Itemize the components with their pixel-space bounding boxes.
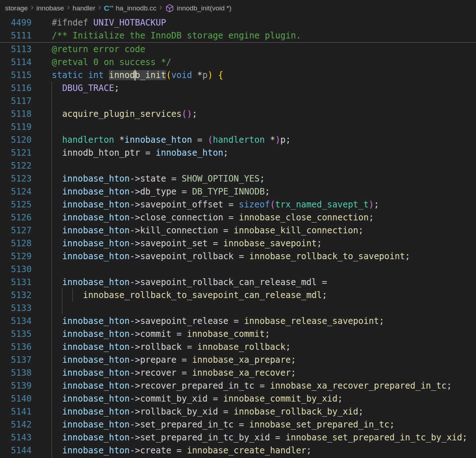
code-line[interactable]: 5140 innobase_hton->commit_by_xid = inno… xyxy=(0,392,476,405)
code-text: acquire_plugin_services(); xyxy=(52,107,197,120)
code-line[interactable]: 5118 acquire_plugin_services(); xyxy=(0,107,476,120)
line-number[interactable]: 5120 xyxy=(0,133,32,146)
code-line[interactable]: 5136 innobase_hton->rollback = innobase_… xyxy=(0,340,476,353)
line-number[interactable]: 5143 xyxy=(0,431,32,444)
code-line[interactable]: 5123 innobase_hton->state = SHOW_OPTION_… xyxy=(0,172,476,185)
code-line[interactable]: 5134 innobase_hton->savepoint_release = … xyxy=(0,315,476,328)
indent-guide xyxy=(51,172,52,185)
code-line[interactable]: 5144 innobase_hton->create = innobase_cr… xyxy=(0,444,476,457)
line-number[interactable]: 5124 xyxy=(0,185,32,198)
code-line[interactable]: 5121 innodb_hton_ptr = innobase_hton; xyxy=(0,146,476,159)
line-number[interactable]: 5125 xyxy=(0,198,32,211)
line-number[interactable]: 5136 xyxy=(0,340,32,353)
code-line[interactable]: 5113@return error code xyxy=(0,43,476,56)
code-line[interactable]: 5120 handlerton *innobase_hton = (handle… xyxy=(0,133,476,146)
line-number[interactable]: 5142 xyxy=(0,418,32,431)
line-number[interactable]: 4499 xyxy=(0,16,32,29)
code-text: @return error code xyxy=(52,43,145,56)
breadcrumb-item-innodb-init-void[interactable]: innodb_init(void *) xyxy=(165,4,232,13)
line-number[interactable]: 5118 xyxy=(0,107,32,120)
code-line[interactable]: 5124 innobase_hton->db_type = DB_TYPE_IN… xyxy=(0,185,476,198)
code-line[interactable]: 5130 xyxy=(0,263,476,276)
line-number[interactable]: 5111 xyxy=(0,29,32,42)
indent-guide xyxy=(51,95,52,107)
line-number[interactable]: 5131 xyxy=(0,276,32,289)
code-line[interactable]: 5116 DBUG_TRACE; xyxy=(0,82,476,95)
line-number[interactable]: 5127 xyxy=(0,224,32,237)
line-number[interactable]: 5126 xyxy=(0,211,32,224)
line-number[interactable]: 5113 xyxy=(0,43,32,56)
indent-guide xyxy=(72,289,73,302)
code-line[interactable]: 5139 innobase_hton->recover_prepared_in_… xyxy=(0,379,476,392)
indent-guide xyxy=(51,302,52,315)
line-number[interactable]: 5128 xyxy=(0,237,32,250)
code-line[interactable]: 5125 innobase_hton->savepoint_offset = s… xyxy=(0,198,476,211)
line-number[interactable]: 5121 xyxy=(0,146,32,159)
code-text: static int innodb_init(void *p) { xyxy=(52,69,223,82)
code-line[interactable]: 5126 innobase_hton->close_connection = i… xyxy=(0,211,476,224)
indent-guide xyxy=(51,366,52,379)
code-line[interactable]: 5117 xyxy=(0,95,476,107)
code-line[interactable]: 5143 innobase_hton->set_prepared_in_tc_b… xyxy=(0,431,476,444)
breadcrumb-item-handler[interactable]: handler xyxy=(73,4,95,12)
code-line[interactable]: 5138 innobase_hton->recover = innobase_x… xyxy=(0,366,476,379)
breadcrumb-separator: › xyxy=(31,3,33,12)
code-line[interactable]: 5131 innobase_hton->savepoint_rollback_c… xyxy=(0,276,476,289)
line-number[interactable]: 5138 xyxy=(0,366,32,379)
line-number[interactable]: 5135 xyxy=(0,328,32,340)
line-number[interactable]: 5133 xyxy=(0,302,32,315)
code-text: innobase_hton->kill_connection = innobas… xyxy=(52,224,363,237)
code-line[interactable]: 5122 xyxy=(0,159,476,172)
code-text: innobase_hton->create = innobase_create_… xyxy=(52,444,312,457)
breadcrumb-separator: › xyxy=(159,3,162,12)
indent-guide xyxy=(51,185,52,198)
code-line[interactable]: 5119 xyxy=(0,120,476,133)
code-line[interactable]: 5128 innobase_hton->savepoint_set = inno… xyxy=(0,237,476,250)
line-number[interactable]: 5117 xyxy=(0,95,32,107)
line-number[interactable]: 5115 xyxy=(0,69,32,82)
code-line[interactable]: 5111/** Initialize the InnoDB storage en… xyxy=(0,29,476,42)
line-number[interactable]: 5132 xyxy=(0,289,32,302)
line-number[interactable]: 5139 xyxy=(0,379,32,392)
line-number[interactable]: 5137 xyxy=(0,353,32,366)
code-text: innobase_hton->recover = innobase_xa_rec… xyxy=(52,366,296,379)
code-line[interactable]: 5135 innobase_hton->commit = innobase_co… xyxy=(0,328,476,340)
indent-guide xyxy=(51,328,52,340)
indent-guide xyxy=(62,302,63,315)
code-line[interactable]: 5114@retval 0 on success */ xyxy=(0,56,476,69)
code-line[interactable]: 5133 xyxy=(0,302,476,315)
code-line[interactable]: 5142 innobase_hton->set_prepared_in_tc =… xyxy=(0,418,476,431)
breadcrumb-item-storage[interactable]: storage xyxy=(5,4,28,12)
code-line[interactable]: 5127 innobase_hton->kill_connection = in… xyxy=(0,224,476,237)
line-number[interactable]: 5140 xyxy=(0,392,32,405)
line-number[interactable]: 5129 xyxy=(0,250,32,263)
code-line[interactable]: 5132 innobase_rollback_to_savepoint_can_… xyxy=(0,289,476,302)
code-text: innobase_hton->commit = innobase_commit; xyxy=(52,328,270,340)
indent-guide xyxy=(51,133,52,146)
code-text: innobase_hton->db_type = DB_TYPE_INNODB; xyxy=(52,185,270,198)
line-number[interactable]: 5130 xyxy=(0,263,32,276)
breadcrumb-item-innobase[interactable]: innobase xyxy=(36,4,64,12)
line-number[interactable]: 5134 xyxy=(0,315,32,328)
line-number[interactable]: 5119 xyxy=(0,120,32,133)
code-line[interactable]: 5137 innobase_hton->prepare = innobase_x… xyxy=(0,353,476,366)
line-number[interactable]: 5114 xyxy=(0,56,32,69)
breadcrumb-item-ha-innodb-cc[interactable]: C++ha_innodb.cc xyxy=(104,4,156,12)
line-number[interactable]: 5144 xyxy=(0,444,32,457)
indent-guide xyxy=(51,250,52,263)
line-number[interactable]: 5122 xyxy=(0,159,32,172)
code-line[interactable]: 4499#ifndef UNIV_HOTBACKUP xyxy=(0,16,476,29)
breadcrumb-separator: › xyxy=(98,3,101,12)
text-cursor xyxy=(134,70,136,81)
code-line[interactable]: 5141 innobase_hton->rollback_by_xid = in… xyxy=(0,405,476,418)
line-number[interactable]: 5123 xyxy=(0,172,32,185)
code-text: innobase_hton->recover_prepared_in_tc = … xyxy=(52,379,452,392)
code-text: innobase_hton->rollback_by_xid = innobas… xyxy=(52,405,363,418)
line-number[interactable]: 5116 xyxy=(0,82,32,95)
editor-lines: 5113@return error code5114@retval 0 on s… xyxy=(0,43,476,458)
indent-guide xyxy=(51,276,52,289)
indent-guide xyxy=(51,379,52,392)
line-number[interactable]: 5141 xyxy=(0,405,32,418)
code-line[interactable]: 5115static int innodb_init(void *p) { xyxy=(0,69,476,82)
code-line[interactable]: 5129 innobase_hton->savepoint_rollback =… xyxy=(0,250,476,263)
